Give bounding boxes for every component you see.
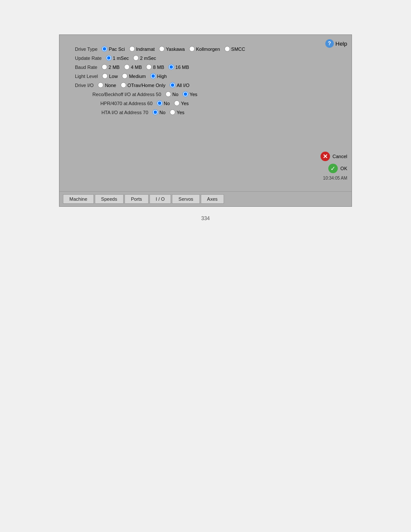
- drive-type-group: Pac Sci Indramat Yaskawa Kollmorgen SMCC: [102, 46, 245, 52]
- hpr4070-no[interactable]: No: [157, 100, 170, 106]
- light-level-row: Light Level Low Medium High: [75, 73, 345, 79]
- hta-io-yes[interactable]: Yes: [170, 109, 184, 115]
- tab-servos[interactable]: Servos: [172, 194, 199, 204]
- tab-bar: Machine Speeds Ports I / O Servos Axes: [59, 191, 352, 206]
- settings-dialog: ? Help Drive Type Pac Sci Indramat Yaska…: [59, 34, 352, 207]
- cancel-label: Cancel: [333, 154, 347, 159]
- hta-io-label: HTA I/O at Address 70: [75, 110, 148, 115]
- ok-icon: ✓: [328, 164, 338, 173]
- drive-io-label: Drive I/O: [75, 83, 93, 88]
- drive-type-pac-sci[interactable]: Pac Sci: [102, 46, 125, 52]
- drive-type-row: Drive Type Pac Sci Indramat Yaskawa Koll…: [75, 46, 345, 52]
- help-icon: ?: [325, 39, 334, 48]
- drive-io-none[interactable]: None: [98, 82, 116, 88]
- hpr4070-label: HPR/4070 at Address 60: [75, 101, 153, 106]
- ok-label: OK: [340, 166, 347, 171]
- update-rate-row: Update Rate 1 mSec 2 mSec: [75, 55, 345, 61]
- baud-rate-2mb[interactable]: 2 MB: [102, 64, 120, 70]
- reco-beckhoff-row: Reco/Beckhoff I/O at Address 50 No Yes: [75, 91, 345, 97]
- page-number: 334: [201, 215, 210, 221]
- hpr4070-group: No Yes: [157, 100, 189, 106]
- update-rate-group: 1 mSec 2 mSec: [106, 55, 156, 61]
- reco-beckhoff-label: Reco/Beckhoff I/O at Address 50: [75, 92, 161, 97]
- drive-io-group: None OTrav/Home Only All I/O: [98, 82, 189, 88]
- update-rate-1msec[interactable]: 1 mSec: [106, 55, 129, 61]
- baud-rate-row: Baud Rate 2 MB 4 MB 8 MB 16 MB: [75, 64, 345, 70]
- hpr4070-row: HPR/4070 at Address 60 No Yes: [75, 100, 345, 106]
- reco-beckhoff-yes[interactable]: Yes: [183, 91, 197, 97]
- drive-type-indramat[interactable]: Indramat: [129, 46, 155, 52]
- help-label: Help: [336, 40, 347, 47]
- drive-type-kollmorgen[interactable]: Kollmorgen: [189, 46, 220, 52]
- light-level-medium[interactable]: Medium: [122, 73, 146, 79]
- baud-rate-4mb[interactable]: 4 MB: [124, 64, 142, 70]
- light-level-group: Low Medium High: [102, 73, 167, 79]
- baud-rate-label: Baud Rate: [75, 65, 97, 70]
- light-level-low[interactable]: Low: [102, 73, 118, 79]
- tab-io[interactable]: I / O: [149, 194, 171, 204]
- drive-io-otrav[interactable]: OTrav/Home Only: [121, 82, 165, 88]
- timestamp: 10:34:05 AM: [323, 176, 347, 180]
- update-rate-2msec[interactable]: 2 mSec: [133, 55, 156, 61]
- reco-beckhoff-no[interactable]: No: [165, 91, 178, 97]
- help-button[interactable]: ? Help: [325, 39, 347, 48]
- baud-rate-group: 2 MB 4 MB 8 MB 16 MB: [102, 64, 189, 70]
- reco-beckhoff-group: No Yes: [165, 91, 197, 97]
- drive-type-label: Drive Type: [75, 47, 97, 52]
- tab-speeds[interactable]: Speeds: [95, 194, 124, 204]
- form-section: Drive Type Pac Sci Indramat Yaskawa Koll…: [66, 42, 345, 123]
- drive-io-all[interactable]: All I/O: [170, 82, 190, 88]
- baud-rate-8mb[interactable]: 8 MB: [146, 64, 164, 70]
- hta-io-group: No Yes: [153, 109, 184, 115]
- hpr4070-yes[interactable]: Yes: [174, 100, 189, 106]
- drive-type-yaskawa[interactable]: Yaskawa: [159, 46, 185, 52]
- drive-io-row: Drive I/O None OTrav/Home Only All I/O: [75, 82, 345, 88]
- update-rate-label: Update Rate: [75, 56, 102, 61]
- light-level-high[interactable]: High: [150, 73, 167, 79]
- cancel-icon: ✕: [321, 152, 330, 161]
- hta-io-no[interactable]: No: [153, 109, 165, 115]
- tab-ports[interactable]: Ports: [125, 194, 149, 204]
- action-area: ✕ Cancel ✓ OK 10:34:05 AM: [321, 152, 347, 180]
- ok-button[interactable]: ✓ OK: [328, 164, 347, 173]
- hta-io-row: HTA I/O at Address 70 No Yes: [75, 109, 345, 115]
- tab-machine[interactable]: Machine: [63, 194, 94, 204]
- cancel-button[interactable]: ✕ Cancel: [321, 152, 347, 161]
- baud-rate-16mb[interactable]: 16 MB: [168, 64, 189, 70]
- drive-type-smcc[interactable]: SMCC: [224, 46, 245, 52]
- tab-axes[interactable]: Axes: [201, 194, 224, 204]
- light-level-label: Light Level: [75, 74, 98, 79]
